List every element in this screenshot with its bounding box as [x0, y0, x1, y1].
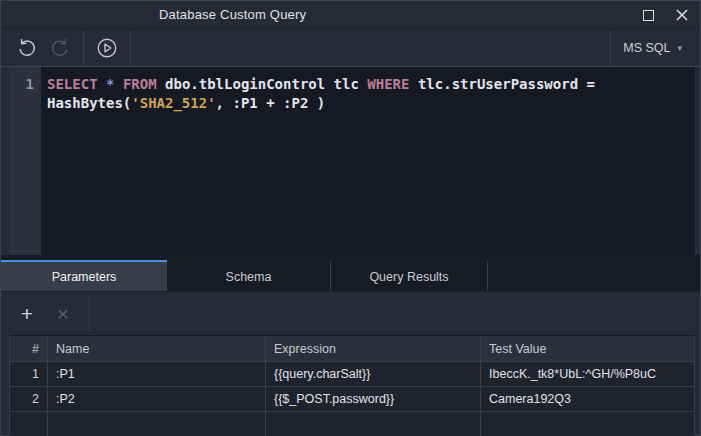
delete-icon: × [57, 302, 69, 326]
line-number-gutter: 1 [9, 67, 41, 255]
tab-parameters[interactable]: Parameters [1, 260, 167, 291]
code-area: SELECT * FROM dbo.tblLoginControl tlc WH… [41, 67, 695, 255]
redo-button[interactable] [43, 33, 77, 63]
table-header-cell: # [10, 336, 48, 361]
query-toolbar: MS SQL ▾ [1, 29, 700, 67]
titlebar: Database Custom Query [1, 1, 700, 29]
cell-expression[interactable]: {{query.charSalt}} [266, 362, 481, 386]
tab-label: Parameters [52, 270, 117, 284]
window-controls [638, 1, 692, 29]
undo-icon [16, 37, 37, 58]
close-icon [676, 9, 688, 21]
redo-icon [50, 37, 71, 58]
toolbar-separator [89, 296, 90, 332]
sql-dialect-label: MS SQL [623, 41, 670, 55]
tab-label: Schema [226, 270, 272, 284]
code-token: FROM [123, 76, 157, 92]
table-row[interactable]: 1:P1{{query.charSalt}}IbeccK._tk8*UbL:^G… [10, 362, 695, 387]
parameters-table: #NameExpressionTest Value1:P1{{query.cha… [9, 335, 695, 436]
tab-query-results[interactable]: Query Results [331, 260, 488, 291]
code-line: SELECT * FROM dbo.tblLoginControl tlc WH… [47, 75, 689, 94]
toolbar-separator [83, 31, 84, 65]
cell-row-number[interactable]: 2 [10, 387, 48, 411]
sql-dialect-dropdown[interactable]: MS SQL ▾ [617, 37, 688, 59]
table-row[interactable]: 2:P2{{$_POST.password}}Camera192Q3 [10, 387, 695, 412]
window-title: Database Custom Query [159, 7, 306, 22]
table-header-cell: Expression [266, 336, 481, 361]
cell-name[interactable]: :P2 [48, 387, 266, 411]
undo-button[interactable] [9, 33, 43, 63]
table-header-cell: Name [48, 336, 266, 361]
table-header-cell: Test Value [481, 336, 695, 361]
toolbar-separator [130, 31, 131, 65]
editor-frame: 1 SELECT * FROM dbo.tblLoginControl tlc … [1, 67, 700, 255]
play-icon [96, 37, 118, 59]
code-token: tlc.strUserPassword = [409, 76, 594, 92]
tabstrip: ParametersSchemaQuery Results [1, 255, 700, 291]
cell-name[interactable]: :P1 [48, 362, 266, 386]
parameters-toolbar: + × [1, 291, 700, 335]
maximize-button[interactable] [638, 5, 658, 25]
code-token [114, 76, 122, 92]
tab-label: Query Results [369, 270, 448, 284]
maximize-icon [643, 10, 654, 21]
code-token: , :P1 + :P2 ) [216, 95, 326, 111]
cell-row-number[interactable]: 1 [10, 362, 48, 386]
tab-schema[interactable]: Schema [167, 260, 331, 291]
cell-test-value[interactable] [481, 412, 695, 436]
chevron-down-icon: ▾ [677, 43, 682, 53]
code-token: dbo.tblLoginControl tlc [157, 76, 368, 92]
code-line: HashBytes('SHA2_512', :P1 + :P2 ) [47, 94, 689, 113]
plus-icon: + [21, 302, 33, 326]
table-row[interactable] [10, 412, 695, 436]
cell-name[interactable] [48, 412, 266, 436]
code-token: WHERE [367, 76, 409, 92]
table-header-row: #NameExpressionTest Value [10, 336, 695, 362]
cell-expression[interactable] [266, 412, 481, 436]
code-token: 'SHA2_512' [131, 95, 215, 111]
add-parameter-button[interactable]: + [9, 298, 45, 330]
code-token [98, 76, 106, 92]
database-custom-query-dialog: Database Custom Query [0, 0, 701, 436]
cell-test-value[interactable]: IbeccK._tk8*UbL:^GH/%P8uC [481, 362, 695, 386]
cell-test-value[interactable]: Camera192Q3 [481, 387, 695, 411]
cell-expression[interactable]: {{$_POST.password}} [266, 387, 481, 411]
delete-parameter-button[interactable]: × [45, 298, 81, 330]
close-button[interactable] [672, 5, 692, 25]
code-token: SELECT [47, 76, 98, 92]
toolbar-separator [610, 31, 611, 65]
sql-editor[interactable]: 1 SELECT * FROM dbo.tblLoginControl tlc … [9, 67, 695, 255]
cell-row-number[interactable] [10, 412, 48, 436]
line-number [9, 94, 34, 113]
line-number: 1 [9, 75, 34, 94]
run-query-button[interactable] [90, 33, 124, 63]
code-token: HashBytes( [47, 95, 131, 111]
table-frame: #NameExpressionTest Value1:P1{{query.cha… [1, 335, 700, 436]
